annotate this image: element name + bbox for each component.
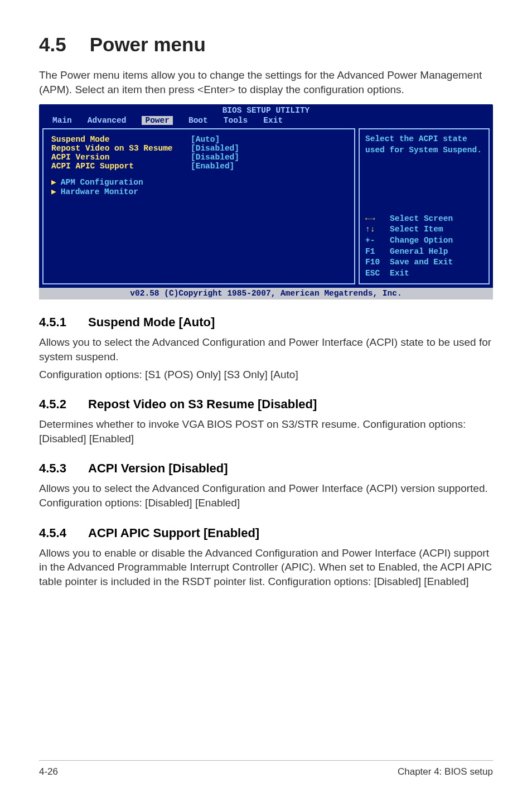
subsection-para: Determines whether to invoke VGA BIOS PO… bbox=[39, 417, 493, 446]
legend-row: F1General Help bbox=[365, 247, 483, 258]
bios-help-text: Select the ACPI state used for System Su… bbox=[365, 134, 483, 156]
bios-option-value: [Disabled] bbox=[191, 144, 239, 153]
subsection-number: 4.5.2 bbox=[39, 397, 88, 412]
subsection-para: Allows you to select the Advanced Config… bbox=[39, 481, 493, 510]
bios-option-label: ACPI APIC Support bbox=[51, 162, 191, 171]
bios-option-label: Suspend Mode bbox=[51, 135, 191, 144]
subsection-heading-451: 4.5.1Suspend Mode [Auto] bbox=[39, 315, 493, 330]
subsection-title: ACPI Version [Disabled] bbox=[88, 461, 228, 475]
page-footer: 4-26 Chapter 4: BIOS setup bbox=[39, 760, 493, 777]
bios-option-label: Repost Video on S3 Resume bbox=[51, 144, 191, 153]
legend-row: ←→Select Screen bbox=[365, 214, 483, 225]
legend-key-f1: F1 bbox=[365, 247, 390, 258]
bios-submenu-hwmonitor[interactable]: ▶Hardware Monitor bbox=[51, 187, 346, 196]
legend-row: ESCExit bbox=[365, 268, 483, 279]
subsection-title: Repost Video on S3 Resume [Disabled] bbox=[88, 397, 317, 411]
section-heading: 4.5Power menu bbox=[39, 33, 493, 56]
bios-title: BIOS SETUP UTILITY bbox=[39, 104, 493, 115]
bios-submenu-label: APM Configuration bbox=[61, 178, 143, 187]
bios-submenu-label: Hardware Monitor bbox=[61, 187, 138, 196]
submenu-arrow-icon: ▶ bbox=[51, 178, 56, 187]
bios-tab-bar: Main Advanced Power Boot Tools Exit bbox=[39, 115, 493, 128]
section-number: 4.5 bbox=[39, 33, 66, 55]
legend-desc: Exit bbox=[390, 269, 409, 278]
page-number: 4-26 bbox=[39, 766, 58, 777]
bios-option-acpi-version[interactable]: ACPI Version [Disabled] bbox=[51, 153, 346, 162]
bios-left-pane: Suspend Mode [Auto] Repost Video on S3 R… bbox=[42, 128, 355, 284]
bios-tab-advanced[interactable]: Advanced bbox=[88, 116, 127, 125]
bios-tab-tools[interactable]: Tools bbox=[224, 116, 248, 125]
legend-desc: Select Screen bbox=[390, 214, 453, 223]
bios-option-acpi-apic[interactable]: ACPI APIC Support [Enabled] bbox=[51, 162, 346, 171]
bios-right-pane: Select the ACPI state used for System Su… bbox=[359, 128, 490, 284]
subsection-number: 4.5.3 bbox=[39, 461, 88, 476]
legend-row: +-Change Option bbox=[365, 235, 483, 247]
bios-screenshot: BIOS SETUP UTILITY Main Advanced Power B… bbox=[39, 104, 493, 299]
subsection-title: Suspend Mode [Auto] bbox=[88, 315, 215, 329]
bios-footer: v02.58 (C)Copyright 1985-2007, American … bbox=[39, 288, 493, 299]
subsection-para: Configuration options: [S1 (POS) Only] [… bbox=[39, 368, 493, 382]
bios-option-value: [Auto] bbox=[191, 135, 220, 144]
bios-tab-power[interactable]: Power bbox=[142, 116, 173, 125]
section-title-text: Power menu bbox=[90, 33, 206, 55]
bios-tab-exit[interactable]: Exit bbox=[263, 116, 283, 125]
bios-option-suspend-mode[interactable]: Suspend Mode [Auto] bbox=[51, 135, 346, 144]
legend-key-esc: ESC bbox=[365, 268, 390, 279]
legend-row: ↑↓Select Item bbox=[365, 224, 483, 235]
legend-key-arrows-lr: ←→ bbox=[365, 214, 390, 225]
bios-option-value: [Enabled] bbox=[191, 162, 234, 171]
legend-desc: General Help bbox=[390, 247, 448, 256]
section-intro: The Power menu items allow you to change… bbox=[39, 68, 493, 96]
subsection-number: 4.5.1 bbox=[39, 315, 88, 330]
legend-desc: Change Option bbox=[390, 236, 453, 245]
legend-desc: Save and Exit bbox=[390, 258, 453, 267]
subsection-para: Allows you to enable or disable the Adva… bbox=[39, 546, 493, 589]
subsection-number: 4.5.4 bbox=[39, 526, 88, 540]
subsection-heading-454: 4.5.4ACPI APIC Support [Enabled] bbox=[39, 526, 493, 540]
legend-key-arrows-ud: ↑↓ bbox=[365, 224, 390, 235]
subsection-title: ACPI APIC Support [Enabled] bbox=[88, 526, 259, 540]
legend-key-f10: F10 bbox=[365, 257, 390, 268]
bios-option-value: [Disabled] bbox=[191, 153, 239, 162]
bios-legend: ←→Select Screen ↑↓Select Item +-Change O… bbox=[365, 214, 483, 279]
bios-submenu-apm[interactable]: ▶APM Configuration bbox=[51, 177, 346, 187]
subsection-heading-452: 4.5.2Repost Video on S3 Resume [Disabled… bbox=[39, 397, 493, 412]
subsection-heading-453: 4.5.3ACPI Version [Disabled] bbox=[39, 461, 493, 476]
chapter-label: Chapter 4: BIOS setup bbox=[398, 766, 493, 777]
legend-key-plusminus: +- bbox=[365, 235, 390, 247]
bios-option-repost-video[interactable]: Repost Video on S3 Resume [Disabled] bbox=[51, 144, 346, 153]
legend-row: F10Save and Exit bbox=[365, 257, 483, 268]
bios-option-label: ACPI Version bbox=[51, 153, 191, 162]
bios-tab-boot[interactable]: Boot bbox=[188, 116, 208, 125]
subsection-para: Allows you to select the Advanced Config… bbox=[39, 335, 493, 364]
legend-desc: Select Item bbox=[390, 225, 443, 234]
submenu-arrow-icon: ▶ bbox=[51, 187, 56, 196]
bios-tab-main[interactable]: Main bbox=[52, 116, 72, 125]
